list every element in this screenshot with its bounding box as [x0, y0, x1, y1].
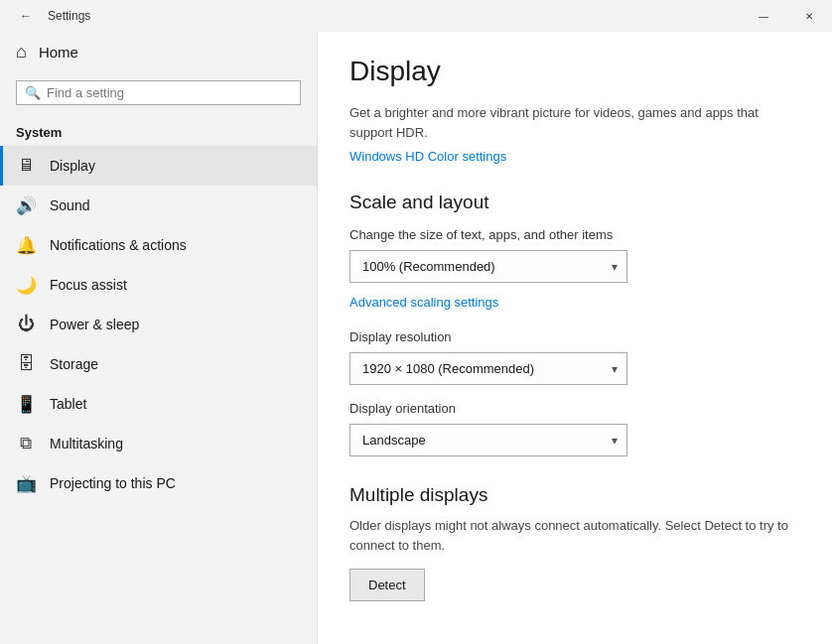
sidebar-item-multitasking[interactable]: ⧉ Multitasking [0, 424, 317, 463]
multitasking-icon: ⧉ [16, 434, 36, 453]
sidebar-item-focus[interactable]: 🌙 Focus assist [0, 265, 317, 305]
notifications-label: Notifications & actions [50, 237, 187, 253]
sidebar-item-display[interactable]: 🖥 Display [0, 146, 317, 186]
sidebar-item-tablet[interactable]: 📱 Tablet [0, 384, 317, 424]
orientation-select[interactable]: Landscape Portrait Landscape (flipped) P… [349, 424, 627, 456]
search-input[interactable] [47, 85, 292, 100]
scale-field-label: Change the size of text, apps, and other… [349, 227, 800, 242]
orientation-select-wrapper: Landscape Portrait Landscape (flipped) P… [349, 424, 627, 456]
resolution-select-wrapper: 1920 × 1080 (Recommended) 1280 × 1024 10… [349, 352, 627, 385]
orientation-field-label: Display orientation [349, 401, 800, 416]
window-controls: — ✕ [741, 0, 832, 32]
multitasking-label: Multitasking [50, 436, 123, 451]
tablet-icon: 📱 [16, 394, 36, 414]
main-content-area: Display Get a brighter and more vibrant … [318, 0, 832, 644]
titlebar-title: Settings [48, 9, 90, 23]
scale-select-wrapper: 100% (Recommended) 125% 150% 175% ▾ [349, 250, 627, 283]
detect-button[interactable]: Detect [349, 569, 425, 601]
scale-select[interactable]: 100% (Recommended) 125% 150% 175% [349, 250, 627, 283]
sidebar-item-sound[interactable]: 🔊 Sound [0, 186, 317, 225]
storage-icon: 🗄 [16, 354, 36, 374]
display-icon: 🖥 [16, 156, 36, 176]
sidebar-item-notifications[interactable]: 🔔 Notifications & actions [0, 225, 317, 265]
search-icon: 🔍 [25, 85, 41, 100]
sidebar-section-label: System [0, 113, 317, 146]
resolution-field-label: Display resolution [349, 329, 800, 344]
search-box[interactable]: 🔍 [16, 80, 301, 105]
focus-icon: 🌙 [16, 275, 36, 295]
minimize-button[interactable]: — [741, 0, 786, 32]
power-label: Power & sleep [50, 317, 139, 332]
back-button[interactable]: ← [12, 2, 40, 30]
display-label: Display [50, 158, 95, 174]
sidebar-item-storage[interactable]: 🗄 Storage [0, 344, 317, 384]
advanced-scaling-link[interactable]: Advanced scaling settings [349, 295, 800, 310]
sidebar: ⌂ Home 🔍 System 🖥 Display 🔊 Sound 🔔 Noti… [0, 0, 318, 644]
notifications-icon: 🔔 [16, 235, 36, 255]
home-nav-item[interactable]: ⌂ Home [0, 32, 317, 72]
hdr-link[interactable]: Windows HD Color settings [349, 149, 506, 164]
multiple-displays-title: Multiple displays [349, 484, 800, 506]
scale-section-title: Scale and layout [349, 192, 800, 213]
close-button[interactable]: ✕ [786, 0, 832, 32]
power-icon: ⏻ [16, 315, 36, 334]
page-title: Display [349, 56, 800, 87]
home-label: Home [39, 44, 78, 61]
sound-icon: 🔊 [16, 195, 36, 215]
sidebar-item-power[interactable]: ⏻ Power & sleep [0, 305, 317, 344]
focus-label: Focus assist [50, 277, 127, 293]
hdr-description: Get a brighter and more vibrant picture … [349, 103, 800, 142]
titlebar: ← Settings — ✕ [0, 0, 832, 32]
main-content: Display Get a brighter and more vibrant … [318, 32, 832, 625]
projecting-label: Projecting to this PC [50, 475, 176, 491]
projecting-icon: 📺 [16, 473, 36, 493]
tablet-label: Tablet [50, 396, 86, 412]
sidebar-item-projecting[interactable]: 📺 Projecting to this PC [0, 463, 317, 503]
resolution-select[interactable]: 1920 × 1080 (Recommended) 1280 × 1024 10… [349, 352, 627, 385]
multiple-displays-description: Older displays might not always connect … [349, 516, 800, 555]
sound-label: Sound [50, 197, 89, 213]
storage-label: Storage [50, 356, 98, 372]
home-icon: ⌂ [16, 42, 27, 63]
